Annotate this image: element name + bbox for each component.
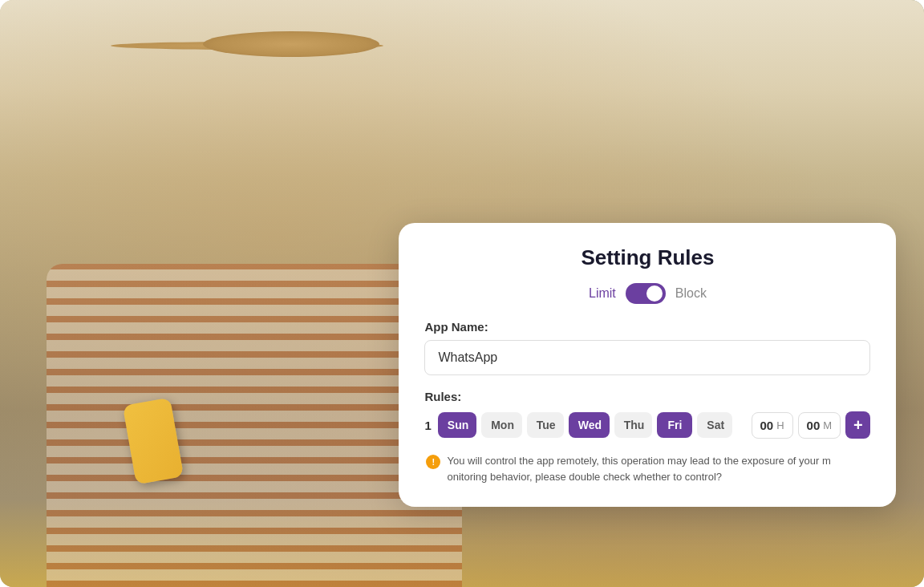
limit-label: Limit (589, 286, 616, 301)
limit-block-toggle[interactable] (626, 283, 666, 304)
time-minutes-value: 00 (807, 419, 821, 432)
warning-row: ! You will control the app remotely, thi… (424, 453, 870, 484)
card-title: Setting Rules (424, 245, 870, 270)
day-mon-button[interactable]: Mon (481, 412, 522, 438)
rule-number: 1 (424, 419, 431, 432)
day-tue-button[interactable]: Tue (527, 412, 564, 438)
rules-row: 1 Sun Mon Tue Wed Thu Fri Sat 00 H 00 M … (424, 411, 870, 439)
day-thu-button[interactable]: Thu (614, 412, 653, 438)
time-hours-value: 00 (760, 419, 774, 432)
time-hours-box: 00 H (752, 412, 793, 439)
warning-icon: ! (426, 455, 440, 469)
day-sun-button[interactable]: Sun (438, 412, 476, 438)
time-minutes-box: 00 M (798, 412, 841, 439)
app-name-input[interactable] (424, 340, 870, 375)
warning-text: You will control the app remotely, this … (447, 453, 869, 484)
day-wed-button[interactable]: Wed (569, 412, 610, 438)
time-minutes-unit: M (823, 419, 832, 431)
day-sat-button[interactable]: Sat (697, 412, 732, 438)
rules-label: Rules: (424, 390, 870, 403)
day-fri-button[interactable]: Fri (657, 412, 692, 438)
app-name-label: App Name: (424, 320, 870, 334)
block-label: Block (675, 286, 707, 301)
time-hours-unit: H (776, 419, 784, 431)
toggle-row: Limit Block (424, 283, 870, 304)
setting-rules-card: Setting Rules Limit Block App Name: Rule… (399, 223, 896, 507)
hat-shape (203, 31, 379, 57)
add-rule-button[interactable]: + (845, 411, 870, 439)
